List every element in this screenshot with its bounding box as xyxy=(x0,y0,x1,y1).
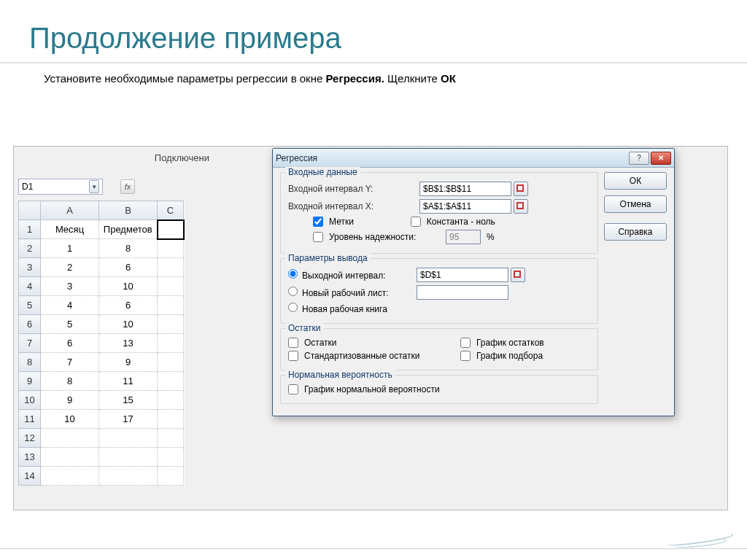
ok-button[interactable]: ОК xyxy=(604,172,667,190)
cell[interactable]: 9 xyxy=(41,391,99,410)
cell[interactable] xyxy=(158,334,184,353)
cell[interactable]: 9 xyxy=(99,353,158,372)
instruction-bold1: Регрессия. xyxy=(325,72,387,85)
row-header[interactable]: 8 xyxy=(19,353,41,372)
range-select-y-icon[interactable] xyxy=(514,182,528,196)
cell[interactable]: 10 xyxy=(99,277,158,296)
cell[interactable] xyxy=(158,391,184,410)
residuals-group: Остатки Остатки График остатков Стандарт… xyxy=(280,328,598,370)
row-header[interactable]: 13 xyxy=(19,448,41,467)
residuals-checkbox[interactable] xyxy=(288,338,298,348)
name-box-dropdown-icon[interactable]: ▾ xyxy=(89,180,99,193)
row-header[interactable]: 3 xyxy=(19,258,41,277)
col-header-a[interactable]: A xyxy=(41,201,99,220)
cell[interactable]: 15 xyxy=(99,391,158,410)
cell[interactable] xyxy=(41,429,99,448)
labels-checkbox[interactable] xyxy=(313,217,323,227)
name-box-value: D1 xyxy=(22,182,33,192)
cell[interactable]: 3 xyxy=(41,277,99,296)
cell[interactable]: 8 xyxy=(41,372,99,391)
row-header[interactable]: 7 xyxy=(19,334,41,353)
input-x-field[interactable] xyxy=(419,199,511,214)
fit-plot-checkbox[interactable] xyxy=(460,351,471,361)
new-sheet-radio[interactable] xyxy=(288,287,298,296)
row-header[interactable]: 14 xyxy=(19,467,41,486)
help-button[interactable]: Справка xyxy=(604,223,667,241)
cell[interactable]: 4 xyxy=(41,296,99,315)
cell[interactable] xyxy=(158,372,184,391)
percent-label: % xyxy=(487,232,495,242)
residuals-plot-checkbox[interactable] xyxy=(460,338,471,348)
name-box[interactable]: D1 ▾ xyxy=(18,179,103,195)
cell[interactable]: 10 xyxy=(99,315,158,334)
cell[interactable]: 5 xyxy=(41,315,99,334)
select-all-cell[interactable] xyxy=(19,201,41,220)
cell[interactable]: 10 xyxy=(41,410,99,429)
cell[interactable]: Предметов xyxy=(99,220,158,239)
cell[interactable]: 1 xyxy=(41,239,99,258)
range-select-x-icon[interactable] xyxy=(514,199,528,214)
output-params-group: Параметры вывода Выходной интервал: Новы… xyxy=(280,258,598,324)
row-header[interactable]: 1 xyxy=(19,220,41,239)
cell[interactable] xyxy=(158,410,184,429)
cell[interactable]: 8 xyxy=(99,239,158,258)
cell[interactable]: 2 xyxy=(41,258,99,277)
cell[interactable] xyxy=(41,448,99,467)
col-header-c[interactable]: C xyxy=(158,201,184,220)
row-header[interactable]: 11 xyxy=(19,410,41,429)
input-y-field[interactable] xyxy=(419,182,511,196)
row-header[interactable]: 10 xyxy=(19,391,41,410)
cell[interactable] xyxy=(41,467,99,486)
range-select-out-icon[interactable] xyxy=(511,268,525,282)
cell[interactable] xyxy=(158,220,184,239)
col-header-b[interactable]: B xyxy=(99,201,158,220)
cancel-button[interactable]: Отмена xyxy=(604,195,667,213)
cell[interactable]: 6 xyxy=(41,334,99,353)
spreadsheet-grid[interactable]: A B C 1МесяцПредметов2183264310546651076… xyxy=(18,201,185,486)
help-icon[interactable]: ? xyxy=(629,152,649,165)
cell[interactable]: 6 xyxy=(99,258,158,277)
confidence-checkbox[interactable] xyxy=(313,232,323,242)
row-header[interactable]: 12 xyxy=(19,429,41,448)
cell[interactable] xyxy=(158,258,184,277)
cell[interactable]: 11 xyxy=(99,372,158,391)
row-header[interactable]: 2 xyxy=(19,239,41,258)
cell[interactable] xyxy=(158,467,184,486)
cell[interactable] xyxy=(99,429,158,448)
cell[interactable]: 13 xyxy=(99,334,158,353)
cell[interactable] xyxy=(99,448,158,467)
row-header[interactable]: 4 xyxy=(19,277,41,296)
const-zero-checkbox[interactable] xyxy=(411,217,421,227)
instruction-text: Установите необходимые параметры регресс… xyxy=(0,68,747,92)
cell[interactable]: 7 xyxy=(41,353,99,372)
row-header[interactable]: 6 xyxy=(19,315,41,334)
cell[interactable] xyxy=(158,315,184,334)
cell[interactable] xyxy=(99,467,158,486)
cell[interactable] xyxy=(158,448,184,467)
dialog-titlebar[interactable]: Регрессия ? ✕ xyxy=(273,149,674,168)
dialog-title: Регрессия xyxy=(276,153,317,163)
close-icon[interactable]: ✕ xyxy=(651,152,671,165)
output-range-field[interactable] xyxy=(417,268,508,282)
cell[interactable]: 17 xyxy=(99,410,158,429)
row-header[interactable]: 9 xyxy=(19,372,41,391)
cell[interactable] xyxy=(158,429,184,448)
cell[interactable]: Месяц xyxy=(41,220,99,239)
cell[interactable] xyxy=(158,277,184,296)
input-x-label: Входной интервал X: xyxy=(288,201,419,211)
new-book-radio[interactable] xyxy=(288,303,298,312)
cell[interactable] xyxy=(158,353,184,372)
cell[interactable]: 6 xyxy=(99,296,158,315)
insert-function-button[interactable]: fx xyxy=(120,179,135,194)
regression-dialog: Регрессия ? ✕ Входные данные Входной инт… xyxy=(272,148,675,416)
confidence-label: Уровень надежности: xyxy=(329,232,443,242)
row-header[interactable]: 5 xyxy=(19,296,41,315)
cell[interactable] xyxy=(158,239,184,258)
output-range-radio[interactable] xyxy=(288,269,298,279)
new-sheet-field[interactable] xyxy=(417,285,508,300)
cell[interactable] xyxy=(158,296,184,315)
labels-checkbox-label: Метки xyxy=(329,217,354,227)
normal-prob-checkbox[interactable] xyxy=(288,384,298,394)
std-residuals-checkbox[interactable] xyxy=(288,351,298,361)
new-sheet-label: Новый рабочий лист: xyxy=(302,288,389,298)
